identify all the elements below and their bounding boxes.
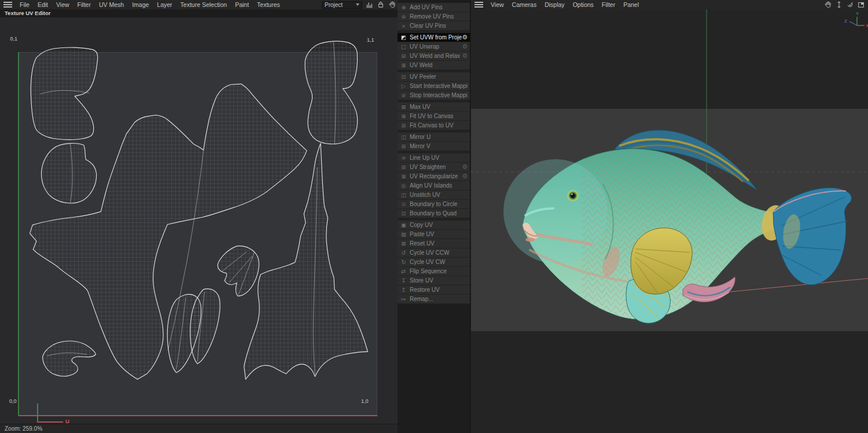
menu-item[interactable]: Edit xyxy=(34,0,52,9)
uv-command-item[interactable]: ⊟ Fit Canvas to UV xyxy=(398,121,470,130)
gear-options-icon[interactable]: ⚙ xyxy=(462,52,468,60)
command-icon: ⊡ xyxy=(400,210,407,216)
uv-island-round[interactable] xyxy=(42,144,97,203)
menu-item[interactable]: Cameras xyxy=(508,0,541,9)
uv-command-item[interactable]: ↥ Restore UV xyxy=(398,285,470,294)
menu-item[interactable]: View xyxy=(487,0,508,9)
texture-uv-editor-panel: FileEditViewFilterUV MeshImageLayerTextu… xyxy=(0,0,398,433)
uv-command-item[interactable]: ⊠ Max UV xyxy=(398,102,470,111)
uv-command-item[interactable]: ↧ Store UV xyxy=(398,276,470,285)
uv-command-item[interactable]: ⊞ UV Weld xyxy=(398,61,470,69)
uv-command-item[interactable]: ▤ Paste UV xyxy=(398,230,470,238)
lock-icon[interactable] xyxy=(376,1,385,9)
uv-command-item[interactable]: ◩ Set UVW from Projection ⚙ xyxy=(398,33,470,42)
command-label: Restore UV xyxy=(407,287,468,293)
uv-island-claw[interactable] xyxy=(43,341,96,376)
uv-command-item[interactable]: × Clear UV Pins xyxy=(398,21,470,30)
menu-item[interactable]: Texture Selection xyxy=(176,0,231,9)
command-label: Mirror V xyxy=(407,143,468,149)
menu-item[interactable]: Paint xyxy=(231,0,253,9)
uv-command-item[interactable]: □ UV Unwrap ⚙ xyxy=(398,42,470,51)
uv-command-item[interactable]: ↻ Cycle UV CW xyxy=(398,258,470,266)
orbit-rotate-icon[interactable] xyxy=(845,1,855,9)
command-label: Remove UV Pins xyxy=(407,13,468,20)
project-dropdown[interactable]: Project xyxy=(322,1,362,9)
command-label: Store UV xyxy=(407,277,468,284)
uv-command-item[interactable]: ⊘ Stop Interactive Mapping xyxy=(398,91,470,100)
maximize-panel-icon[interactable] xyxy=(856,1,866,9)
uv-canvas-area[interactable]: 0,1 1,1 0,0 1,0 xyxy=(0,17,398,424)
command-label: Boundary to Quad xyxy=(407,210,468,216)
command-label: Max UV xyxy=(407,104,468,110)
command-icon: × xyxy=(400,23,407,29)
uv-command-item[interactable]: ▣ Copy UV xyxy=(398,221,470,229)
uv-command-item[interactable]: ⊡ UV Peeler xyxy=(398,72,470,81)
gear-options-icon[interactable]: ⚙ xyxy=(462,34,468,41)
uv-corner-label-01: 0,1 xyxy=(8,36,17,42)
menu-item[interactable]: Display xyxy=(540,0,568,9)
command-icon: ▷ xyxy=(400,83,407,89)
menu-item[interactable]: Panel xyxy=(619,0,643,9)
command-icon: ⊙ xyxy=(400,201,407,207)
uv-command-item[interactable]: ◫ Unstitch UV xyxy=(398,190,470,199)
uv-corner-label-00: 0,0 xyxy=(9,398,17,404)
uv-island-fin-leaf[interactable] xyxy=(218,246,259,296)
uv-island-head[interactable] xyxy=(31,47,97,140)
menu-item[interactable]: UV Mesh xyxy=(95,0,128,9)
command-label: Unstitch UV xyxy=(407,192,468,198)
zoom-status-bar: Zoom: 259.0% xyxy=(0,424,398,433)
uv-wireframe-layer xyxy=(0,17,398,424)
uv-command-item[interactable]: ⊞ Fit UV to Canvas xyxy=(398,112,470,120)
menu-item[interactable]: File xyxy=(16,0,34,9)
uv-command-item[interactable]: ↺ Cycle UV CCW xyxy=(398,248,470,257)
zoom-dolly-icon[interactable] xyxy=(834,1,844,9)
uv-command-item[interactable]: ⊞ UV Rectangularize ⚙ xyxy=(398,172,470,181)
hamburger-menu-icon[interactable] xyxy=(475,2,483,8)
uv-command-item[interactable]: ⊠ Reset UV xyxy=(398,239,470,248)
uv-island-top-right[interactable] xyxy=(305,41,358,144)
pan-hand-icon[interactable] xyxy=(823,1,833,9)
fish-model[interactable] xyxy=(503,130,851,323)
command-icon: ↺ xyxy=(400,249,407,256)
command-icon: ⊖ xyxy=(400,13,407,20)
uv-command-item[interactable]: ↦ Remap... xyxy=(398,295,470,303)
viewport-toolbar xyxy=(823,1,866,9)
uv-command-item[interactable]: ⊟ Mirror V xyxy=(398,142,470,151)
uv-command-item[interactable]: ◫ Mirror U xyxy=(398,133,470,141)
command-label: Reset UV xyxy=(407,240,468,247)
fish-eye xyxy=(568,190,579,201)
uv-command-item[interactable]: ≡ Line Up UV xyxy=(398,153,470,162)
uv-command-item[interactable]: ⊙ Boundary to Circle xyxy=(398,200,470,208)
hamburger-menu-icon[interactable] xyxy=(3,2,12,8)
uv-command-item[interactable]: ⊟ UV Weld and Relax ⚙ xyxy=(398,52,470,60)
menu-item[interactable]: Layer xyxy=(153,0,176,9)
pan-hand-icon[interactable] xyxy=(388,1,397,9)
uv-command-item[interactable]: ⊕ Add UV Pins xyxy=(398,3,470,12)
uv-command-item[interactable]: ⊖ Remove UV Pins xyxy=(398,12,470,21)
uv-command-item[interactable]: ⇄ Flip Sequence xyxy=(398,267,470,276)
histogram-icon[interactable] xyxy=(365,1,374,9)
command-label: Cycle UV CCW xyxy=(407,249,468,256)
gear-options-icon[interactable]: ⚙ xyxy=(462,173,468,180)
uv-command-item[interactable]: ⊡ Boundary to Quad xyxy=(398,209,470,218)
command-icon: ⊡ xyxy=(400,74,407,80)
menu-item[interactable]: Filter xyxy=(73,0,95,9)
uv-command-item[interactable]: ▷ Start Interactive Mapping xyxy=(398,82,470,90)
command-icon: ⇄ xyxy=(400,268,407,274)
menu-item[interactable]: View xyxy=(52,0,73,9)
command-icon: □ xyxy=(400,43,407,50)
command-icon: ◎ xyxy=(400,182,407,189)
command-icon: ◩ xyxy=(400,34,407,41)
chevron-down-icon xyxy=(356,3,359,6)
command-label: Clear UV Pins xyxy=(407,23,468,29)
gear-options-icon[interactable]: ⚙ xyxy=(462,43,468,50)
gear-options-icon[interactable]: ⚙ xyxy=(462,163,468,171)
menu-item[interactable]: Options xyxy=(569,0,598,9)
command-icon: ▤ xyxy=(400,231,407,237)
uv-command-item[interactable]: ⊟ UV Straighten ⚙ xyxy=(398,163,470,171)
menu-item[interactable]: Textures xyxy=(253,0,284,9)
menu-item[interactable]: Filter xyxy=(598,0,619,9)
uv-command-item[interactable]: ◎ Align UV Islands xyxy=(398,181,470,190)
menu-item[interactable]: Image xyxy=(128,0,153,9)
command-label: Flip Sequence xyxy=(407,268,468,274)
